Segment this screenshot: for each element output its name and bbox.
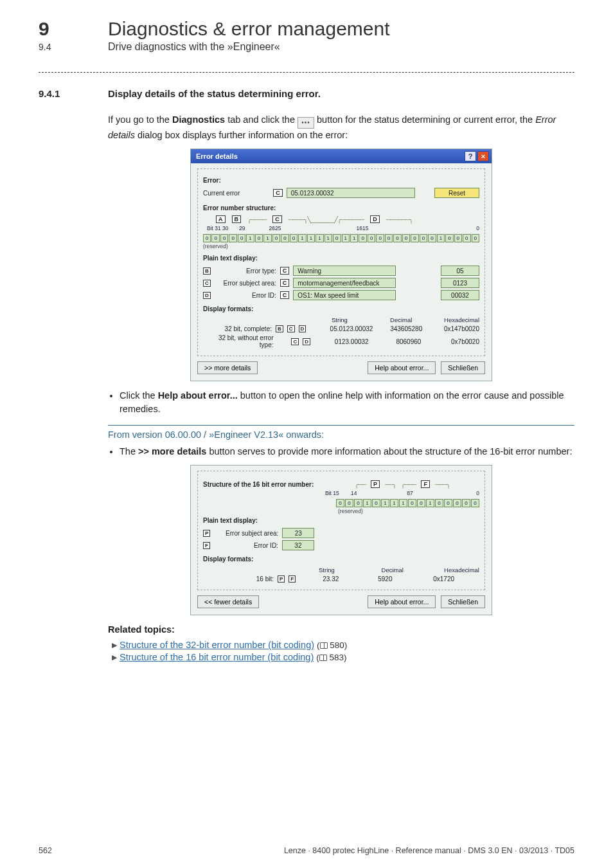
subject16-value: 23 — [282, 528, 314, 538]
display16-title: Display formats: — [203, 556, 479, 563]
dialog-title: Error details — [196, 152, 238, 160]
plaintext-title: Plain text display: — [203, 255, 479, 262]
section-number: 9.4 — [39, 42, 90, 52]
tag-c: C — [272, 215, 282, 223]
bullet-more-details: The >> more details button serves to pro… — [120, 445, 574, 458]
error-details-expanded: Structure of the 16 bit error number: ╭─… — [190, 465, 492, 615]
close-button[interactable]: Schließen — [441, 361, 485, 374]
related-topics-title: Related topics: — [108, 624, 574, 635]
structure-title: Error number structure: — [203, 204, 479, 212]
error-id-label: Error ID: — [215, 292, 276, 299]
display-formats-title: Display formats: — [203, 305, 479, 312]
bit-grid-32: 00000101000111101100000000010000 — [203, 234, 479, 242]
bullet-help: Click the Help about error... button to … — [120, 389, 574, 416]
related-link-2[interactable]: Structure of the 16 bit error number (bi… — [120, 652, 314, 662]
error-group-label: Error: — [203, 177, 479, 184]
window-close-button[interactable]: × — [477, 151, 489, 161]
error-subject-label: Error subject area: — [215, 280, 276, 287]
chapter-number: 9 — [39, 18, 90, 40]
subject16-label: Error subject area: — [214, 530, 278, 537]
subsection-number: 9.4.1 — [39, 88, 90, 99]
book-icon — [320, 642, 328, 649]
section-title: Drive diagnostics with the »Engineer« — [108, 41, 280, 53]
subsection-title: Display details of the status determinin… — [108, 88, 321, 99]
help-about-error-button[interactable]: Help about error... — [368, 361, 436, 374]
more-details-button[interactable]: >> more details — [197, 361, 258, 374]
footer-text: Lenze · 8400 protec HighLine · Reference… — [284, 846, 574, 855]
format16-label: 16 bit: — [203, 575, 274, 583]
error-id-value: OS1: Max speed limit — [293, 290, 396, 300]
reset-button[interactable]: Reset — [434, 188, 479, 198]
note-rule — [108, 425, 574, 426]
version-note: From version 06.00.00 / »Engineer V2.13«… — [108, 429, 574, 440]
format-row1-label: 32 bit, complete: — [203, 325, 272, 332]
current-error-value: 05.0123.00032 — [287, 188, 415, 198]
arrow-icon: ▶ — [112, 641, 117, 649]
fewer-details-button[interactable]: << fewer details — [197, 595, 259, 608]
error-id-code: 00032 — [441, 290, 479, 300]
close-button-2[interactable]: Schließen — [441, 595, 485, 608]
page-number: 562 — [39, 846, 52, 855]
related-link-1[interactable]: Structure of the 32-bit error number (bi… — [120, 640, 314, 650]
errorid16-value: 32 — [282, 540, 314, 550]
error-subject-value: motormanagement/feedback — [293, 278, 396, 288]
ellipsis-button[interactable]: ••• — [298, 117, 314, 129]
error-subject-code: 0123 — [441, 278, 479, 288]
errorid16-label: Error ID: — [214, 542, 278, 549]
current-error-label: Current error — [203, 190, 240, 197]
reserved-label: (reserved) — [203, 243, 479, 249]
dialog-titlebar: Error details ? × — [191, 149, 492, 163]
error-details-dialog: Error details ? × Error: Current error C… — [190, 149, 492, 381]
format-row2-label: 32 bit, without error type: — [203, 334, 273, 348]
divider — [39, 72, 574, 73]
tag-b: B — [232, 215, 242, 223]
tag-c: C — [273, 189, 283, 197]
help-about-error-button-2[interactable]: Help about error... — [368, 595, 436, 608]
window-help-button[interactable]: ? — [465, 151, 476, 161]
arrow-icon: ▶ — [112, 653, 117, 662]
error-type-label: Error type: — [215, 267, 276, 275]
tag-d: D — [370, 215, 380, 223]
chapter-title: Diagnostics & error management — [108, 18, 390, 40]
error-type-value: Warning — [293, 266, 396, 276]
intro-paragraph: If you go to the Diagnostics tab and cli… — [108, 113, 574, 142]
book-icon — [319, 655, 327, 661]
plaintext16-title: Plain text display: — [203, 517, 479, 524]
bit-grid-16: 0001011100100000 — [325, 499, 479, 507]
structure16-title: Structure of the 16 bit error number: — [203, 481, 321, 488]
error-type-code: 05 — [441, 266, 479, 276]
tag-a: A — [216, 215, 226, 223]
